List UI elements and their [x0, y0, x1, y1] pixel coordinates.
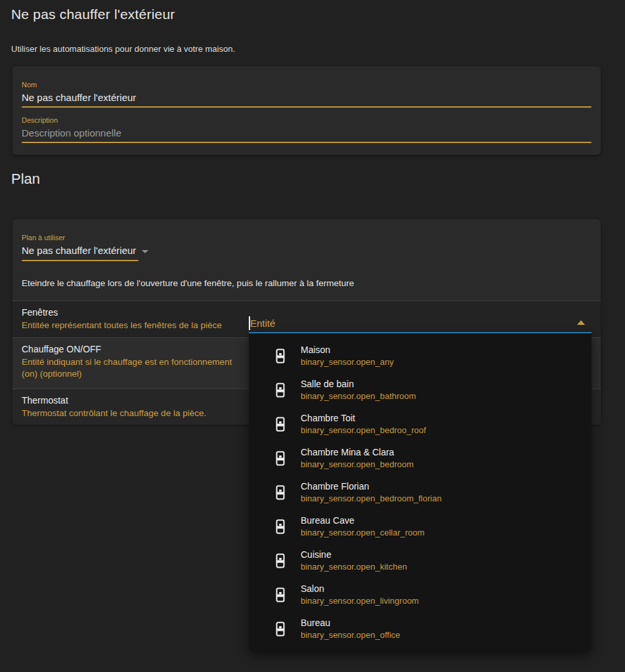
entity-dropdown: Maison binary_sensor.open_any Salle de b… — [249, 333, 592, 651]
window-sensor-icon — [272, 347, 288, 364]
entity-option-id: binary_sensor.open_any — [301, 356, 394, 368]
entity-option-name: Salon — [301, 583, 419, 595]
entity-option[interactable]: Chambre Toit binary_sensor.open_bedroo_r… — [249, 407, 592, 441]
window-sensor-icon — [272, 484, 288, 501]
chevron-down-icon — [142, 250, 148, 253]
entity-option-name: Bureau — [301, 617, 400, 629]
entity-input-label: Entité — [250, 318, 275, 329]
plan-description: Eteindre le chauffage lors de l'ouvertur… — [22, 278, 586, 289]
window-sensor-icon — [272, 552, 288, 569]
entity-option-id: binary_sensor.open_bedroo_roof — [301, 425, 426, 436]
chevron-up-icon[interactable] — [577, 320, 585, 325]
window-sensor-icon — [272, 381, 288, 398]
entity-option[interactable]: Bureau binary_sensor.open_office — [249, 612, 592, 646]
name-field-label: Nom — [22, 81, 592, 89]
entity-option-text: Maison binary_sensor.open_any — [301, 344, 394, 368]
window-sensor-icon — [272, 415, 288, 432]
entity-option[interactable]: Chambre Florian binary_sensor.open_bedro… — [249, 475, 592, 509]
description-field-placeholder[interactable]: Description optionnelle — [22, 127, 592, 140]
entity-option-text: Salle de bain binary_sensor.open_bathroo… — [301, 378, 416, 402]
entity-option-id: binary_sensor.open_bedroom — [301, 459, 414, 470]
page-subtitle: Utiliser les automatisations pour donner… — [11, 44, 235, 54]
window-sensor-icon — [272, 620, 288, 637]
name-field[interactable]: Nom Ne pas chauffer l'extérieur — [22, 81, 592, 108]
description-field-underline — [22, 142, 592, 143]
entity-option-text: Chambre Toit binary_sensor.open_bedroo_r… — [301, 412, 426, 436]
description-field[interactable]: Description Description optionnelle — [22, 116, 592, 143]
entity-option-text: Chambre Florian binary_sensor.open_bedro… — [301, 480, 442, 504]
entity-option-id: binary_sensor.open_livingroom — [301, 595, 419, 606]
entity-option-id: binary_sensor.open_office — [301, 629, 400, 640]
name-card: Nom Ne pas chauffer l'extérieur Descript… — [12, 66, 601, 155]
page-title: Ne pas chauffer l'extérieur — [11, 7, 175, 22]
entity-option-id: binary_sensor.open_bathroom — [301, 390, 416, 402]
plan-section-heading: Plan — [11, 171, 40, 188]
entity-option-text: Bureau binary_sensor.open_office — [301, 617, 400, 640]
plan-select-label: Plan à utiliser — [22, 234, 179, 242]
window-sensor-icon — [272, 518, 288, 535]
entity-option-id: binary_sensor.open_kitchen — [301, 561, 407, 572]
window-sensor-icon — [272, 586, 288, 603]
entity-option-name: Bureau Cave — [301, 514, 425, 527]
name-field-value[interactable]: Ne pas chauffer l'extérieur — [22, 91, 592, 104]
entity-option[interactable]: Salle de bain binary_sensor.open_bathroo… — [249, 373, 592, 407]
entity-option-name: Chambre Toit — [301, 412, 426, 425]
config-row-description: Entitée représentant toutes les fenêtres… — [22, 320, 248, 332]
entity-option-name: Chambre Florian — [301, 480, 442, 493]
entity-option-text: Salon binary_sensor.open_livingroom — [301, 583, 419, 606]
plan-select-value[interactable]: Ne pas chauffer l'extérieur — [22, 244, 136, 257]
entity-option-text: Bureau Cave binary_sensor.open_cellar_ro… — [301, 514, 425, 538]
entity-option-name: Salle de bain — [301, 378, 416, 390]
config-row-description: Entité indiquant si le chauffage est en … — [22, 356, 248, 381]
entity-input[interactable]: Entité — [249, 314, 592, 333]
entity-option[interactable]: Bureau Cave binary_sensor.open_cellar_ro… — [249, 509, 592, 543]
entity-option-name: Cuisine — [301, 549, 407, 561]
entity-option[interactable]: Cuisine binary_sensor.open_kitchen — [249, 543, 592, 578]
name-field-underline — [22, 106, 592, 108]
entity-option-id: binary_sensor.open_bedroom_florian — [301, 493, 442, 504]
blueprint-config-page: Ne pas chauffer l'extérieur Utiliser les… — [0, 0, 625, 672]
window-sensor-icon — [272, 450, 288, 467]
entity-option-name: Maison — [301, 344, 394, 356]
entity-option-text: Chambre Mina & Clara binary_sensor.open_… — [301, 446, 414, 470]
plan-select-underline — [22, 260, 139, 261]
entity-option-name: Chambre Mina & Clara — [301, 446, 414, 459]
entity-option[interactable]: Maison binary_sensor.open_any — [249, 339, 592, 373]
config-row-description: Thermostat contrôlant le chauffage de la… — [22, 408, 248, 420]
entity-option[interactable]: Salon binary_sensor.open_livingroom — [249, 578, 592, 612]
entity-option[interactable]: Chambre Mina & Clara binary_sensor.open_… — [249, 441, 592, 475]
entity-option-id: binary_sensor.open_cellar_room — [301, 527, 425, 538]
plan-select[interactable]: Plan à utiliser Ne pas chauffer l'extéri… — [22, 234, 179, 261]
description-field-label: Description — [22, 116, 592, 125]
entity-option-text: Cuisine binary_sensor.open_kitchen — [301, 549, 407, 572]
